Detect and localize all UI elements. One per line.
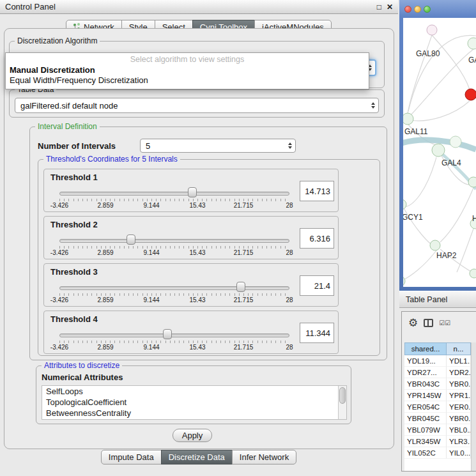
close-window-icon[interactable]: ✕ bbox=[387, 1, 393, 14]
table-cell: YLR3... bbox=[447, 436, 471, 447]
list-scrollbar[interactable] bbox=[338, 386, 346, 419]
network-canvas[interactable]: GAL80 GAL11 GAL4 GCY1 HAP2 GA H bbox=[403, 18, 476, 287]
table-row[interactable]: YDR27...YDR2... bbox=[404, 367, 471, 378]
close-traffic-icon[interactable] bbox=[404, 6, 411, 13]
number-of-intervals-select[interactable]: 5 bbox=[140, 139, 296, 153]
tab-discretize-data[interactable]: Discretize Data bbox=[161, 450, 233, 464]
table-cell: YDR27... bbox=[404, 367, 447, 378]
select-columns-icon[interactable]: ☑☑ bbox=[439, 319, 450, 326]
gear-icon[interactable]: ⚙ bbox=[408, 318, 418, 328]
table-data-group: Table Data galFiltered.sif default node bbox=[9, 89, 385, 118]
slider-scale-label: 28 bbox=[286, 296, 293, 303]
slider-track bbox=[59, 286, 289, 290]
slider-ticks bbox=[59, 246, 289, 249]
slider-ticks bbox=[59, 199, 289, 201]
table-row[interactable]: YPR145WYPR1... bbox=[404, 390, 471, 401]
threshold-value-field[interactable]: 11.344 bbox=[300, 323, 334, 343]
slider-scale-label: 28 bbox=[286, 202, 293, 209]
network-view-window: GAL80 GAL11 GAL4 GCY1 HAP2 GA H bbox=[399, 0, 476, 291]
node-label-partial-ga: GA bbox=[468, 56, 476, 65]
slider-scale-label: 15.43 bbox=[189, 202, 205, 209]
threshold-slider[interactable]: -3.4262.8599.14415.4321.71528 bbox=[59, 264, 289, 307]
network-node bbox=[432, 144, 445, 157]
node-label-gal4: GAL4 bbox=[441, 158, 461, 167]
table-row[interactable]: YBR045CYBR0... bbox=[404, 413, 471, 424]
slider-scale-label: -3.426 bbox=[50, 249, 68, 256]
algorithm-group-title: Discretization Algorithm bbox=[15, 36, 100, 45]
minimize-traffic-icon[interactable] bbox=[414, 6, 421, 13]
network-node bbox=[403, 199, 406, 210]
number-of-intervals-label: Number of Intervals bbox=[38, 141, 116, 151]
slider-ticks bbox=[59, 341, 289, 343]
attribute-list-item[interactable]: BetweennessCentrality bbox=[42, 408, 346, 418]
float-window-icon[interactable]: □ bbox=[377, 1, 381, 14]
attribute-list-item[interactable]: TopologicalCoefficient bbox=[42, 397, 346, 408]
table-cell: YDL19... bbox=[404, 355, 447, 367]
table-row[interactable]: YIL052CYIL0... bbox=[404, 447, 471, 459]
zoom-traffic-icon[interactable] bbox=[424, 6, 431, 13]
numerical-attributes-label: Numerical Attributes bbox=[42, 372, 123, 382]
table-cell: YBL079W bbox=[404, 424, 447, 436]
table-toolbar: ⚙ ☑☑ bbox=[402, 312, 476, 334]
threshold-slider[interactable]: -3.4262.8599.14415.4321.71528 bbox=[59, 169, 289, 213]
table-header-name[interactable]: n... bbox=[447, 342, 471, 355]
dropdown-option-equal-width-frequency[interactable]: Equal Width/Frequency Discretization bbox=[6, 75, 369, 86]
threshold-slider[interactable]: -3.4262.8599.14415.4321.71528 bbox=[59, 311, 289, 355]
network-node bbox=[468, 38, 476, 49]
tab-impute-data[interactable]: Impute Data bbox=[101, 450, 162, 464]
network-graph: GAL80 GAL11 GAL4 GCY1 HAP2 GA H bbox=[403, 18, 476, 287]
threshold-slider[interactable]: -3.4262.8599.14415.4321.71528 bbox=[59, 217, 289, 260]
slider-thumb[interactable] bbox=[127, 234, 135, 245]
algorithm-dropdown-popup: Select algorithm to view settings Manual… bbox=[5, 52, 369, 89]
table-header-shared-name[interactable]: shared... bbox=[404, 342, 447, 355]
slider-thumb[interactable] bbox=[188, 187, 197, 197]
window-traffic-lights bbox=[404, 6, 431, 13]
table-cell: YER054C bbox=[404, 401, 447, 413]
dropdown-option-manual-discretization[interactable]: Manual Discretization bbox=[6, 65, 369, 75]
attributes-group-title: Attributes to discretize bbox=[42, 361, 122, 370]
network-node bbox=[403, 276, 405, 286]
table-body: YDL19...YDL1...YDR27...YDR2...YBR043CYBR… bbox=[404, 355, 471, 459]
screen: Control Panel □ ✕ NetworkStyleSelectCyni… bbox=[0, 0, 476, 476]
network-node-red bbox=[465, 89, 476, 100]
slider-scale-label: 15.43 bbox=[189, 344, 205, 351]
list-scrollbar-thumb[interactable] bbox=[339, 387, 346, 404]
network-node bbox=[450, 136, 461, 148]
network-nodes[interactable] bbox=[403, 25, 476, 286]
tab-infer-network[interactable]: Infer Network bbox=[232, 450, 296, 464]
slider-thumb[interactable] bbox=[163, 329, 172, 339]
table-cell: YBR0... bbox=[447, 413, 471, 424]
tab-label: Infer Network bbox=[240, 452, 289, 462]
slider-scale-label: 15.43 bbox=[189, 296, 205, 303]
table-row[interactable]: YBL079WYBL0... bbox=[404, 424, 471, 436]
slider-scale-label: 2.859 bbox=[97, 296, 113, 303]
table-row[interactable]: YER054CYER0... bbox=[404, 401, 471, 413]
table-panel-title: Table Panel bbox=[406, 295, 447, 304]
network-node bbox=[427, 25, 437, 35]
table-cell: YBR043C bbox=[404, 378, 447, 390]
slider-thumb[interactable] bbox=[236, 282, 245, 292]
table-cell: YER0... bbox=[447, 401, 471, 413]
table-row[interactable]: YBR043CYBR0... bbox=[404, 378, 471, 390]
threshold-value-field[interactable]: 6.316 bbox=[300, 228, 334, 249]
node-label-gcy1: GCY1 bbox=[403, 213, 423, 222]
table-row[interactable]: YLR345WYLR3... bbox=[404, 436, 471, 447]
network-node bbox=[470, 269, 476, 278]
slider-scale-label: 15.43 bbox=[189, 249, 205, 256]
table-cell: YDR2... bbox=[447, 367, 471, 378]
network-node bbox=[430, 240, 440, 250]
table-row[interactable]: YDL19...YDL1... bbox=[404, 355, 471, 367]
thresholds-group-title: Threshold's Coordinates for 5 Intervals bbox=[43, 155, 180, 164]
slider-scale-label: 2.859 bbox=[97, 249, 113, 256]
combo-arrows-icon bbox=[371, 98, 375, 112]
slider-scale-label: -3.426 bbox=[50, 344, 68, 351]
apply-button[interactable]: Apply bbox=[173, 429, 212, 442]
table-data-select[interactable]: galFiltered.sif default node bbox=[15, 98, 379, 113]
threshold-value-field[interactable]: 14.713 bbox=[300, 181, 334, 201]
numerical-attributes-list[interactable]: SelfLoopsTopologicalCoefficientBetweenne… bbox=[42, 385, 347, 420]
column-view-icon[interactable] bbox=[424, 319, 433, 327]
table-scrollbar[interactable] bbox=[471, 342, 476, 471]
attribute-list-item[interactable]: SelfLoops bbox=[42, 386, 346, 397]
threshold-value-field[interactable]: 21.4 bbox=[300, 275, 334, 296]
slider-scale-label: 2.859 bbox=[97, 344, 113, 351]
